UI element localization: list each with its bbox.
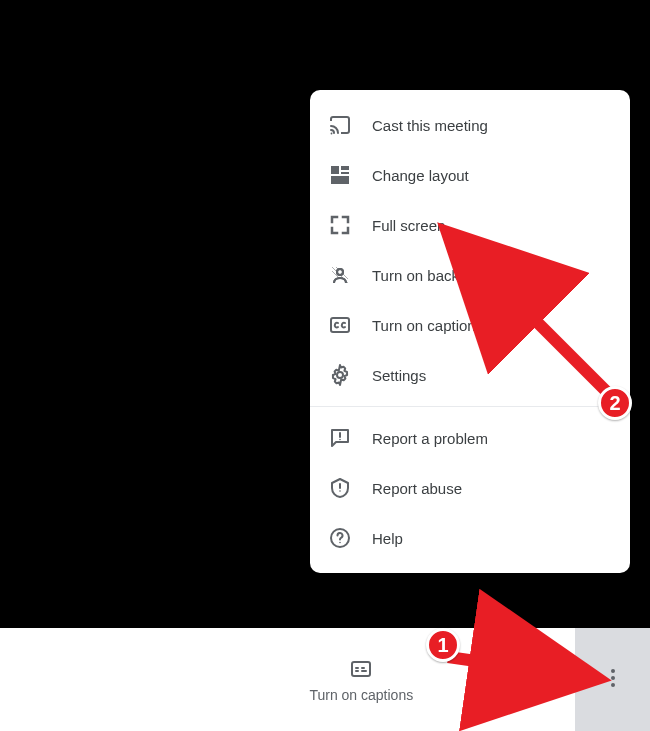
svg-point-4	[611, 683, 615, 687]
menu-item-help[interactable]: Help	[310, 513, 630, 563]
menu-item-label: Turn on background blur	[372, 267, 535, 284]
background-blur-icon	[328, 263, 352, 287]
more-vertical-icon	[601, 666, 625, 694]
menu-item-label: Help	[372, 530, 403, 547]
layout-icon	[328, 163, 352, 187]
present-label: Present now	[469, 687, 547, 703]
more-options-button[interactable]	[575, 628, 650, 731]
captions-label: Turn on captions	[309, 687, 413, 703]
menu-item-report-problem[interactable]: Report a problem	[310, 413, 630, 463]
svg-rect-6	[331, 166, 339, 174]
svg-rect-7	[341, 166, 349, 170]
menu-item-captions[interactable]: Turn on captions	[310, 300, 630, 350]
menu-item-label: Report a problem	[372, 430, 488, 447]
help-icon	[328, 526, 352, 550]
svg-rect-9	[331, 176, 349, 184]
cast-icon	[328, 113, 352, 137]
present-icon	[496, 657, 520, 681]
menu-item-label: Report abuse	[372, 480, 462, 497]
menu-item-layout[interactable]: Change layout	[310, 150, 630, 200]
fullscreen-icon	[328, 213, 352, 237]
svg-point-3	[611, 676, 615, 680]
bottom-bar: Turn on captions Present now	[0, 628, 650, 731]
svg-point-13	[337, 372, 343, 378]
svg-rect-12	[331, 318, 349, 332]
menu-item-label: Full screen	[372, 217, 445, 234]
captions-icon	[349, 657, 373, 681]
captions-button[interactable]: Turn on captions	[281, 628, 441, 731]
menu-item-label: Cast this meeting	[372, 117, 488, 134]
menu-item-settings[interactable]: Settings	[310, 350, 630, 400]
menu-item-label: Change layout	[372, 167, 469, 184]
menu-item-report-abuse[interactable]: Report abuse	[310, 463, 630, 513]
present-button[interactable]: Present now	[441, 628, 575, 731]
menu-item-fullscreen[interactable]: Full screen	[310, 200, 630, 250]
menu-item-label: Settings	[372, 367, 426, 384]
svg-point-15	[339, 490, 341, 492]
menu-item-background-blur[interactable]: Turn on background blur	[310, 250, 630, 300]
menu-item-label: Turn on captions	[372, 317, 483, 334]
svg-point-17	[339, 542, 341, 544]
report-abuse-icon	[328, 476, 352, 500]
gear-icon	[328, 363, 352, 387]
svg-rect-8	[341, 172, 349, 174]
more-options-menu: Cast this meeting Change layout Full scr…	[310, 90, 630, 573]
menu-separator	[310, 406, 630, 407]
svg-rect-0	[352, 662, 370, 676]
menu-item-cast[interactable]: Cast this meeting	[310, 100, 630, 150]
svg-point-5	[331, 133, 333, 135]
svg-point-2	[611, 669, 615, 673]
feedback-icon	[328, 426, 352, 450]
captions-icon	[328, 313, 352, 337]
svg-point-14	[339, 439, 341, 441]
